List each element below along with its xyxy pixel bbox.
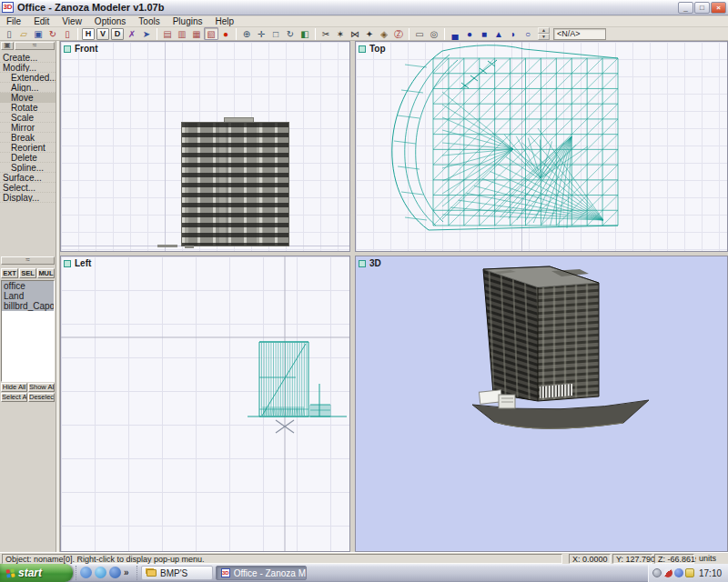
task-button-bmps[interactable]: BMP'S bbox=[141, 566, 213, 580]
3d-view-render bbox=[356, 256, 727, 551]
toggle-h-button[interactable]: H bbox=[82, 28, 95, 40]
open-file-icon[interactable]: ▱ bbox=[16, 27, 31, 40]
taskbar-clock: 17:10 bbox=[699, 568, 722, 578]
sel-mode-button[interactable]: SEL bbox=[19, 268, 36, 278]
edge-select-icon[interactable]: ➤ bbox=[139, 27, 154, 40]
select-quad-icon[interactable]: ▭ bbox=[412, 27, 427, 40]
object-item-land[interactable]: Land bbox=[2, 291, 54, 301]
viewport-top[interactable]: Top bbox=[355, 41, 728, 252]
toggle-v-button[interactable]: V bbox=[96, 28, 109, 40]
tray-icon-3[interactable] bbox=[674, 568, 683, 577]
weld-tool-icon[interactable]: ✶ bbox=[333, 27, 348, 40]
viewport-front[interactable]: Front bbox=[60, 41, 350, 252]
object-item-billbrd_capo[interactable]: billbrd_Capo bbox=[2, 301, 54, 311]
sidebar-command-spline[interactable]: Spline... bbox=[0, 163, 56, 173]
menu-edit[interactable]: Edit bbox=[27, 16, 56, 27]
sidebar-command-modify[interactable]: Modify... bbox=[0, 63, 56, 73]
mirror-tool-icon[interactable]: ⋈ bbox=[348, 27, 362, 40]
sidebar-command-align[interactable]: Align... bbox=[0, 83, 56, 93]
object-list[interactable]: officeLandbillbrd_Capo bbox=[1, 280, 55, 382]
sidebar-command-reorient[interactable]: Reorient bbox=[0, 143, 56, 153]
sidebar-command-extended[interactable]: Extended... bbox=[0, 73, 56, 83]
create-sphere-icon[interactable]: ● bbox=[462, 27, 477, 40]
material-tool-icon[interactable]: ◈ bbox=[377, 27, 391, 40]
building-front-view bbox=[181, 122, 289, 246]
viewport-left-icon[interactable] bbox=[64, 260, 71, 267]
start-button[interactable]: start bbox=[0, 564, 73, 582]
ext-mode-button[interactable]: EXT bbox=[1, 268, 18, 278]
menu-plugins[interactable]: Plugins bbox=[167, 16, 209, 27]
sidebar-command-select[interactable]: Select... bbox=[0, 183, 56, 193]
tray-icon-4[interactable] bbox=[685, 568, 694, 577]
viewport-layout-2-icon[interactable]: ▥ bbox=[175, 27, 189, 40]
menu-tools[interactable]: Tools bbox=[132, 16, 166, 27]
sidebar-command-rotate[interactable]: Rotate bbox=[0, 103, 56, 113]
menu-options[interactable]: Options bbox=[88, 16, 132, 27]
sidebar-command-break[interactable]: Break bbox=[0, 133, 56, 143]
tray-icon-2[interactable] bbox=[663, 568, 672, 577]
object-dropdown[interactable]: <N/A> bbox=[553, 28, 606, 40]
rollup-handle-top[interactable]: ≈ bbox=[15, 42, 55, 50]
new-file-icon[interactable]: ▯ bbox=[2, 27, 16, 40]
viewport-layout-3-icon[interactable]: ▦ bbox=[189, 27, 204, 40]
viewport-3d[interactable]: 3D bbox=[355, 256, 728, 552]
sidebar-command-create[interactable]: Create... bbox=[0, 53, 56, 63]
merge-file-icon[interactable]: ↻ bbox=[46, 27, 60, 40]
viewport-layout-1-icon[interactable]: ▤ bbox=[160, 27, 175, 40]
create-disc-icon[interactable]: ◗ bbox=[506, 27, 521, 40]
create-torus-icon[interactable]: ○ bbox=[521, 27, 535, 40]
menu-file[interactable]: File bbox=[0, 16, 27, 27]
viewport-front-label: Front bbox=[75, 44, 98, 54]
create-cone-icon[interactable]: ▲ bbox=[491, 27, 506, 40]
deselect-button[interactable]: Deselect bbox=[28, 393, 55, 402]
sidebar-command-delete[interactable]: Delete bbox=[0, 153, 56, 163]
sidebar-command-move[interactable]: Move bbox=[0, 93, 56, 103]
toggle-d-button[interactable]: D bbox=[111, 28, 124, 40]
show-all-button[interactable]: Show All bbox=[28, 383, 55, 392]
quick-launch-2[interactable] bbox=[95, 567, 106, 578]
zoom-tool-icon[interactable]: ⊕ bbox=[239, 27, 254, 40]
hide-all-button[interactable]: Hide All bbox=[1, 383, 27, 392]
sidebar-command-display[interactable]: Display... bbox=[0, 193, 56, 203]
tray-icon-1[interactable] bbox=[652, 568, 662, 577]
select-circle-icon[interactable]: ◎ bbox=[427, 27, 441, 40]
menu-view[interactable]: View bbox=[56, 16, 88, 27]
restore-button[interactable]: □ bbox=[694, 2, 710, 14]
snap-vertices-icon[interactable]: ✗ bbox=[125, 27, 139, 40]
viewport-layout-4-icon[interactable]: ▧ bbox=[204, 27, 218, 40]
task-button-zmodeler[interactable]: 3D Office - Zanoza Mode... bbox=[216, 566, 307, 580]
select-all-button[interactable]: Select All bbox=[1, 393, 27, 402]
create-box-icon[interactable]: ■ bbox=[477, 27, 491, 40]
save-file-icon[interactable]: ▣ bbox=[31, 27, 46, 40]
ground-object-mark bbox=[185, 246, 194, 248]
viewport-top-icon[interactable] bbox=[359, 45, 366, 53]
detail-spinner[interactable]: ▲▼ bbox=[538, 27, 550, 40]
shaded-view-icon[interactable]: ◧ bbox=[298, 27, 312, 40]
viewport-left[interactable]: Left bbox=[60, 256, 350, 552]
viewport-3d-icon[interactable] bbox=[359, 260, 366, 267]
quick-launch-1[interactable] bbox=[80, 567, 92, 578]
rollup-handle-objects[interactable]: ≈ bbox=[1, 256, 55, 265]
quick-launch-3[interactable] bbox=[109, 567, 121, 578]
create-cylinder-icon[interactable]: ▄ bbox=[448, 27, 462, 40]
rollup-box-icon[interactable]: ▣ bbox=[1, 42, 14, 50]
sidebar-command-scale[interactable]: Scale bbox=[0, 113, 56, 123]
quick-launch-more[interactable]: » bbox=[124, 567, 129, 577]
cut-tool-icon[interactable]: ✂ bbox=[318, 27, 333, 40]
render-preview-icon[interactable]: ● bbox=[218, 27, 233, 40]
viewport-front-icon[interactable] bbox=[64, 45, 71, 53]
title-bar[interactable]: 3D Office - Zanoza Modeler v1.07b _ □ × bbox=[0, 0, 728, 15]
zoom-selected-icon[interactable]: Ⓩ bbox=[391, 27, 406, 40]
mul-mode-button[interactable]: MUL bbox=[37, 268, 55, 278]
object-item-office[interactable]: office bbox=[2, 281, 54, 291]
pan-tool-icon[interactable]: ✛ bbox=[254, 27, 268, 40]
menu-help[interactable]: Help bbox=[209, 16, 241, 27]
zoom-extents-icon[interactable]: □ bbox=[268, 27, 283, 40]
bones-tool-icon[interactable]: ✦ bbox=[362, 27, 377, 40]
export-file-icon[interactable]: ▯ bbox=[60, 27, 75, 40]
minimize-button[interactable]: _ bbox=[678, 2, 693, 14]
sidebar-command-surface[interactable]: Surface... bbox=[0, 173, 56, 183]
close-button[interactable]: × bbox=[711, 2, 726, 14]
sidebar-command-mirror[interactable]: Mirror bbox=[0, 123, 56, 133]
rotate-view-icon[interactable]: ↻ bbox=[283, 27, 298, 40]
